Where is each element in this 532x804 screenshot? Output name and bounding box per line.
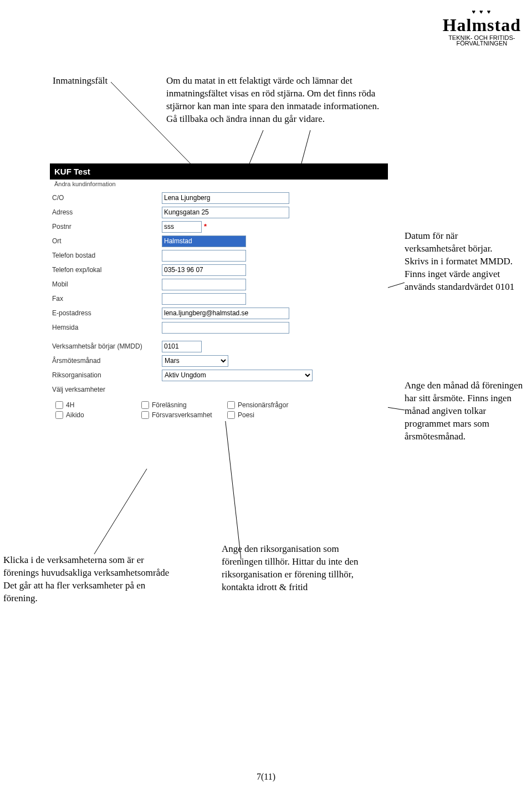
checkbox-aikido-label: Aikido [66,411,84,419]
checkbox-pensionarsfragor[interactable]: Pensionärsfrågor [227,401,313,409]
callout-mmdd-explanation: Datum för när verksamhetsåret börjar. Sk… [405,230,515,294]
label-postnr: Postnr [52,221,162,233]
checkbox-poesi-input[interactable] [227,411,235,419]
label-verksamhetsar: Verksamhetsår börjar (MMDD) [52,340,162,352]
input-verksamhetsar[interactable] [162,341,202,352]
label-mobil: Mobil [52,278,162,290]
callout-inmatningsfalt-label: Inmatningsfält [53,75,108,88]
input-ort[interactable] [162,235,246,247]
checkbox-aikido[interactable]: Aikido [55,411,141,419]
input-fax[interactable] [162,293,246,305]
form-title: KUF Test [50,163,388,180]
label-epost: E-postadress [52,307,162,319]
checkbox-forelasning[interactable]: Föreläsning [141,401,227,409]
label-arsmotesmanad: Årsmötesmånad [52,355,162,367]
checkbox-aikido-input[interactable] [55,411,63,419]
select-arsmotesmanad[interactable]: Mars [162,355,228,367]
input-epost[interactable] [162,308,289,319]
form-panel: KUF Test Ändra kundinformation C/O Adres… [50,163,388,421]
label-adress: Adress [52,206,162,218]
svg-line-6 [94,469,147,554]
label-hemsida: Hemsida [52,321,162,334]
checkbox-pensionarsfragor-input[interactable] [227,401,235,409]
label-riksorganisation: Riksorganisation [52,369,162,381]
checkbox-forsvarsverksamhet[interactable]: Försvarsverksamhet [141,411,227,419]
checkbox-4h-label: 4H [66,401,74,409]
logo-crown-icon: ♥ ♥ ♥ [443,8,521,15]
callout-riksorganisation-explanation: Ange den riksorganisation som föreningen… [222,543,377,594]
checkbox-pensionarsfragor-label: Pensionärsfrågor [238,401,288,409]
label-telefon-exp: Telefon exp/lokal [52,264,162,276]
label-telefon-bostad: Telefon bostad [52,249,162,262]
checkbox-forsvarsverksamhet-input[interactable] [141,411,149,419]
label-fax: Fax [52,293,162,305]
label-ort: Ort [52,235,162,247]
callout-arsmote-explanation: Ange den månad då föreningen har sitt år… [405,380,526,443]
label-valj-verksamheter: Välj verksamheter [52,383,162,396]
checkbox-forelasning-input[interactable] [141,401,149,409]
input-mobil[interactable] [162,279,246,290]
svg-line-5 [224,412,241,560]
checkbox-poesi[interactable]: Poesi [227,411,313,419]
logo-city-name: Halmstad [443,15,521,35]
input-telefon-bostad[interactable] [162,250,246,262]
logo-block: ♥ ♥ ♥ Halmstad TEKNIK- OCH FRITIDS- FÖRV… [443,8,521,47]
input-telefon-exp[interactable] [162,264,246,276]
select-riksorganisation[interactable]: Aktiv Ungdom [162,370,313,381]
checkbox-4h[interactable]: 4H [55,401,141,409]
verksamheter-grid: 4H Aikido Föreläsning Försvarsverksamhet… [50,399,388,421]
form-subtitle: Ändra kundinformation [50,180,388,191]
input-postnr[interactable] [162,221,202,233]
error-star-icon: * [204,222,207,231]
callout-verksamheter-explanation: Klicka i de verksamheterna som är er för… [3,554,181,605]
checkbox-4h-input[interactable] [55,401,63,409]
page-number: 7(11) [257,772,275,782]
input-hemsida[interactable] [162,322,289,334]
checkbox-forsvarsverksamhet-label: Försvarsverksamhet [152,411,212,419]
checkbox-poesi-label: Poesi [238,411,254,419]
input-adress[interactable] [162,207,289,218]
callout-red-star-explanation: Om du matat in ett felaktigt värde och l… [166,75,388,126]
label-co: C/O [52,192,162,204]
checkbox-forelasning-label: Föreläsning [152,401,187,409]
input-co[interactable] [162,192,289,204]
